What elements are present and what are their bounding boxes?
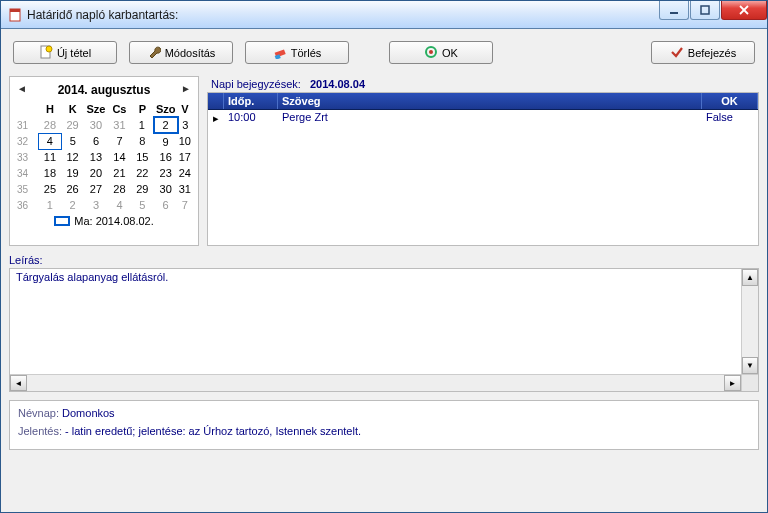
calendar-day[interactable]: 17 [178,149,192,165]
svg-point-7 [46,46,52,52]
calendar-day[interactable]: 12 [61,149,84,165]
calendar-week-num: 34 [16,165,39,181]
calendar-day[interactable]: 23 [154,165,178,181]
calendar-day[interactable]: 8 [131,133,154,149]
edit-button[interactable]: Módosítás [129,41,233,64]
calendar-day[interactable]: 7 [108,133,131,149]
calendar-day[interactable]: 27 [84,181,108,197]
calendar-day[interactable]: 1 [39,197,62,213]
calendar-day[interactable]: 5 [61,133,84,149]
new-button[interactable]: Új tétel [13,41,117,64]
description-vscroll[interactable]: ▲ ▼ [741,269,758,374]
calendar-day[interactable]: 28 [108,181,131,197]
entries-grid[interactable]: Időp. Szöveg OK ▸10:00Perge ZrtFalse [207,92,759,246]
calendar-day[interactable]: 7 [178,197,192,213]
calendar-day[interactable]: 6 [84,133,108,149]
ok-button-label: OK [442,47,458,59]
edit-button-label: Módosítás [165,47,216,59]
check-icon [670,45,684,61]
description-box[interactable]: Tárgyalás alapanyag ellátásról. ▲ ▼ ◄ ► [9,268,759,392]
calendar-week-num: 35 [16,181,39,197]
description-section: Leírás: Tárgyalás alapanyag ellátásról. … [9,254,759,392]
description-text: Tárgyalás alapanyag ellátásról. [10,269,758,285]
calendar-week-num: 31 [16,117,39,133]
scroll-up-icon[interactable]: ▲ [742,269,758,286]
calendar-day[interactable]: 10 [178,133,192,149]
target-icon [424,45,438,61]
calendar-week-num: 32 [16,133,39,149]
calendar-day[interactable]: 30 [84,117,108,133]
description-hscroll[interactable]: ◄ ► [10,374,758,391]
calendar-day[interactable]: 3 [84,197,108,213]
calendar-day[interactable]: 3 [178,117,192,133]
cell-text: Perge Zrt [278,110,702,127]
calendar-day[interactable]: 9 [154,133,178,149]
calendar-today[interactable]: Ma: 2014.08.02. [16,215,192,227]
calendar-day[interactable]: 16 [154,149,178,165]
delete-button-label: Törlés [291,47,322,59]
calendar-day[interactable]: 25 [39,181,62,197]
calendar-day[interactable]: 29 [131,181,154,197]
svg-rect-2 [670,12,678,14]
calendar-day[interactable]: 4 [108,197,131,213]
calendar-header: ◄ 2014. augusztus ► [16,83,192,97]
ok-button[interactable]: OK [389,41,493,64]
table-row[interactable]: ▸10:00Perge ZrtFalse [208,110,758,127]
minimize-button[interactable] [659,1,689,20]
entries-panel: Napi bejegyzések: 2014.08.04 Időp. Szöve… [207,76,759,246]
calendar-day[interactable]: 30 [154,181,178,197]
col-ok[interactable]: OK [702,93,758,109]
calendar-day[interactable]: 11 [39,149,62,165]
calendar-dow: Cs [108,101,131,117]
calendar-day[interactable]: 21 [108,165,131,181]
calendar-day[interactable]: 28 [39,117,62,133]
calendar-day[interactable]: 20 [84,165,108,181]
calendar-day[interactable]: 15 [131,149,154,165]
nameday-value: Domonkos [62,407,115,419]
eraser-icon [273,45,287,61]
scroll-left-icon[interactable]: ◄ [10,375,27,391]
calendar-day[interactable]: 5 [131,197,154,213]
calendar-day[interactable]: 14 [108,149,131,165]
scroll-down-icon[interactable]: ▼ [742,357,758,374]
calendar-prev-icon[interactable]: ◄ [16,83,28,95]
calendar-day[interactable]: 2 [154,117,178,133]
app-window: Határidő napló karbantartás: Új tétel Mó… [0,0,768,513]
calendar-day[interactable]: 4 [39,133,62,149]
calendar-day[interactable]: 31 [108,117,131,133]
calendar-next-icon[interactable]: ► [180,83,192,95]
calendar-day[interactable]: 2 [61,197,84,213]
meaning-row: Jelentés: - latin eredetű; jelentése: az… [18,425,750,437]
meaning-label: Jelentés: [18,425,62,437]
today-box-icon [54,216,70,226]
meaning-value: - latin eredetű; jelentése: az Úrhoz tar… [65,425,361,437]
scroll-right-icon[interactable]: ► [724,375,741,391]
calendar-week-num: 33 [16,149,39,165]
entries-grid-header: Időp. Szöveg OK [208,93,758,110]
col-text[interactable]: Szöveg [278,93,702,109]
calendar-day[interactable]: 26 [61,181,84,197]
delete-button[interactable]: Törlés [245,41,349,64]
calendar-day[interactable]: 29 [61,117,84,133]
calendar-day[interactable]: 18 [39,165,62,181]
calendar-day[interactable]: 19 [61,165,84,181]
middle-row: ◄ 2014. augusztus ► HKSzeCsPSzoV 3128293… [9,76,759,246]
close-button[interactable] [721,1,767,20]
calendar-day[interactable]: 6 [154,197,178,213]
finish-button[interactable]: Befejezés [651,41,755,64]
calendar-day[interactable]: 13 [84,149,108,165]
nameday-row: Névnap: Domonkos [18,407,750,419]
toolbar-spacer [505,41,639,64]
calendar-day[interactable]: 31 [178,181,192,197]
calendar-day[interactable]: 22 [131,165,154,181]
maximize-button[interactable] [690,1,720,20]
app-icon [7,7,23,23]
calendar-day[interactable]: 24 [178,165,192,181]
description-label: Leírás: [9,254,759,266]
entries-label: Napi bejegyzések: 2014.08.04 [207,76,759,92]
calendar-day[interactable]: 1 [131,117,154,133]
col-time[interactable]: Időp. [224,93,278,109]
calendar[interactable]: ◄ 2014. augusztus ► HKSzeCsPSzoV 3128293… [9,76,199,246]
client-area: Új tétel Módosítás Törlés OK Befejezés [1,29,767,512]
document-new-icon [39,45,53,61]
